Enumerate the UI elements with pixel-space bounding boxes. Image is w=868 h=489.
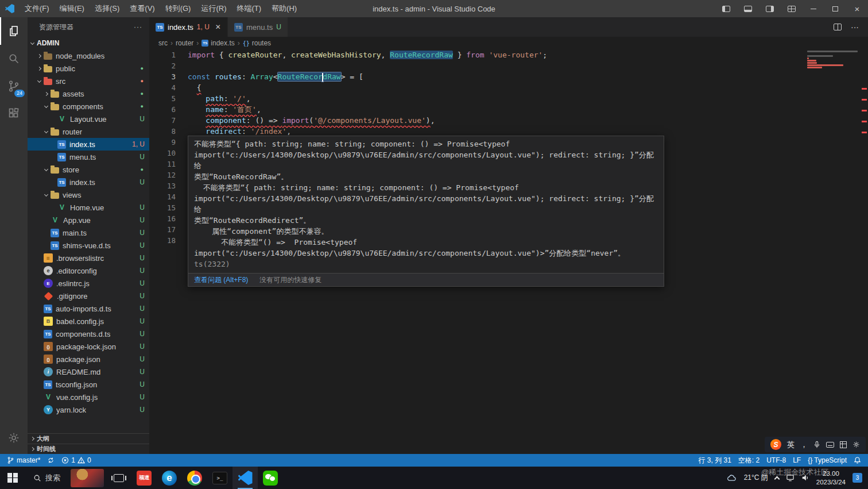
tree-item-Layout.vue[interactable]: VLayout.vueU — [28, 113, 149, 125]
notification-count-badge[interactable]: 3 — [852, 473, 862, 483]
tree-item-.editorconfig[interactable]: e.editorconfigU — [28, 264, 149, 277]
volume-icon[interactable] — [801, 474, 809, 482]
tree-item-menu.ts[interactable]: TSmenu.tsU — [28, 151, 149, 163]
tree-item-package.json[interactable]: {}package.jsonU — [28, 353, 149, 365]
tree-item-components[interactable]: components● — [28, 100, 149, 113]
tree-item-main.ts[interactable]: TSmain.tsU — [28, 226, 149, 239]
tree-item-assets[interactable]: assets● — [28, 87, 149, 100]
code-line-5[interactable]: 5 path: '/', — [149, 93, 860, 104]
tree-item-router[interactable]: router — [28, 125, 149, 138]
mic-icon[interactable] — [813, 441, 820, 449]
code-line-6[interactable]: 6 name: '首页', — [149, 104, 860, 115]
taskbar-fudao[interactable]: 福道 — [131, 467, 157, 489]
minimize-button[interactable] — [803, 0, 824, 17]
tree-item-README.md[interactable]: iREADME.mdU — [28, 365, 149, 378]
network-icon[interactable] — [786, 474, 795, 482]
taskbar-start[interactable] — [0, 467, 25, 489]
menu-文件(F)[interactable]: 文件(F) — [20, 0, 55, 17]
taskbar-game[interactable] — [68, 467, 106, 489]
more-actions-icon[interactable]: ··· — [851, 22, 859, 32]
keyboard-icon[interactable] — [826, 442, 834, 448]
toggle-sidebar-icon[interactable] — [715, 0, 737, 17]
tree-item-auto-imports.d.ts[interactable]: TSauto-imports.d.tsU — [28, 302, 149, 315]
tree-item-store[interactable]: store● — [28, 163, 149, 176]
ime-punctuation-toggle[interactable]: ， — [800, 440, 808, 450]
problems-indicator[interactable]: 1 0 — [58, 454, 94, 467]
tree-item-node_modules[interactable]: node_modules — [28, 49, 149, 62]
tree-item-yarn.lock[interactable]: Yyarn.lockU — [28, 403, 149, 416]
tree-item-index.ts[interactable]: TSindex.ts1, U — [28, 138, 149, 151]
menu-转到(G)[interactable]: 转到(G) — [160, 0, 196, 17]
split-editor-icon[interactable] — [834, 24, 842, 30]
tree-item-src[interactable]: src● — [28, 75, 149, 87]
code-line-2[interactable]: 2 — [149, 60, 860, 71]
maximize-button[interactable] — [824, 0, 846, 17]
taskbar-wechat[interactable] — [258, 467, 283, 489]
sogou-logo-icon[interactable]: S — [770, 439, 781, 450]
minimap[interactable] — [807, 51, 860, 92]
code-line-3[interactable]: 3const routes: Array<RouteRecordRaw> = [ — [149, 71, 860, 82]
ime-settings-icon[interactable] — [852, 441, 860, 448]
status-item[interactable]: {} TypeScript — [804, 454, 850, 467]
taskbar-clock[interactable]: 23.00 2023/3/24 — [816, 469, 846, 487]
toggle-panel-icon[interactable] — [737, 0, 759, 17]
tree-item-tsconfig.json[interactable]: TStsconfig.jsonU — [28, 378, 149, 391]
extensions-activity-icon[interactable] — [0, 100, 28, 128]
tab-index.ts[interactable]: TSindex.ts1, U✕ — [149, 17, 228, 37]
settings-gear-icon[interactable] — [0, 424, 28, 452]
toggle-secondary-sidebar-icon[interactable] — [759, 0, 781, 17]
status-item[interactable]: UTF-8 — [763, 454, 789, 467]
tree-item-babel.config.js[interactable]: Bbabel.config.jsU — [28, 315, 149, 328]
weather-text[interactable]: 21°C 阴 — [744, 473, 768, 483]
ime-lang-toggle[interactable]: 英 — [787, 440, 795, 450]
taskbar-search[interactable]: 搜索 — [25, 467, 68, 489]
outline-section[interactable]: 大纲 — [28, 433, 149, 444]
tree-item-.browserslistrc[interactable]: ≡.browserslistrcU — [28, 252, 149, 264]
status-item[interactable]: 空格: 2 — [735, 454, 763, 467]
status-item[interactable]: LF — [789, 454, 804, 467]
sync-status[interactable] — [44, 454, 58, 467]
breadcrumb-router[interactable]: router — [176, 39, 193, 47]
section-admin[interactable]: ADMIN — [28, 37, 149, 49]
code-editor[interactable]: 1import { createRouter, createWebHashHis… — [149, 49, 860, 454]
tree-item-App.vue[interactable]: VApp.vueU — [28, 214, 149, 226]
taskbar-terminal[interactable]: >_ — [207, 467, 232, 489]
menu-选择(S)[interactable]: 选择(S) — [90, 0, 125, 17]
code-line-4[interactable]: 4 { — [149, 82, 860, 93]
tree-item-vue.config.js[interactable]: Vvue.config.jsU — [28, 391, 149, 403]
tree-item-public[interactable]: public● — [28, 62, 149, 75]
tree-item-views[interactable]: views — [28, 188, 149, 201]
timeline-section[interactable]: 时间线 — [28, 444, 149, 454]
menu-查看(V)[interactable]: 查看(V) — [125, 0, 160, 17]
tree-item-index.ts[interactable]: TSindex.tsU — [28, 176, 149, 188]
overview-ruler[interactable] — [860, 49, 868, 454]
taskbar-vscode[interactable] — [232, 467, 258, 489]
code-line-1[interactable]: 1import { createRouter, createWebHashHis… — [149, 49, 860, 60]
source-control-activity-icon[interactable]: 24 — [0, 72, 28, 100]
tab-menu.ts[interactable]: TSmenu.tsU — [228, 17, 288, 37]
explorer-activity-icon[interactable] — [0, 17, 28, 45]
menu-帮助(H)[interactable]: 帮助(H) — [266, 0, 302, 17]
taskbar-edge[interactable]: e — [157, 467, 182, 489]
notifications-bell[interactable] — [850, 454, 865, 467]
taskbar-taskview[interactable] — [106, 467, 131, 489]
tree-item-package-lock.json[interactable]: {}package-lock.jsonU — [28, 340, 149, 353]
breadcrumb-index.ts[interactable]: TSindex.ts — [202, 39, 234, 47]
customize-layout-icon[interactable] — [781, 0, 803, 17]
menu-终端(T)[interactable]: 终端(T) — [231, 0, 266, 17]
explorer-more-icon[interactable]: ··· — [134, 23, 142, 31]
breadcrumb-src[interactable]: src — [158, 39, 168, 47]
tree-item-components.d.ts[interactable]: TScomponents.d.tsU — [28, 328, 149, 340]
code-line-7[interactable]: 7 component: () => import('@/components/… — [149, 115, 860, 126]
tree-item-shims-vue.d.ts[interactable]: TSshims-vue.d.tsU — [28, 239, 149, 252]
taskbar-chrome[interactable] — [182, 467, 207, 489]
menu-运行(R)[interactable]: 运行(R) — [196, 0, 231, 17]
tree-item-Home.vue[interactable]: VHome.vueU — [28, 201, 149, 214]
breadcrumb-routes[interactable]: {}routes — [243, 39, 271, 47]
status-item[interactable]: 行 3, 列 31 — [695, 454, 734, 467]
tray-expand-icon[interactable] — [774, 476, 780, 482]
view-problem-link[interactable]: 查看问题 (Alt+F8) — [194, 275, 248, 285]
search-activity-icon[interactable] — [0, 45, 28, 72]
close-button[interactable]: × — [846, 0, 868, 17]
tree-item-.eslintrc.js[interactable]: E.eslintrc.jsU — [28, 277, 149, 290]
